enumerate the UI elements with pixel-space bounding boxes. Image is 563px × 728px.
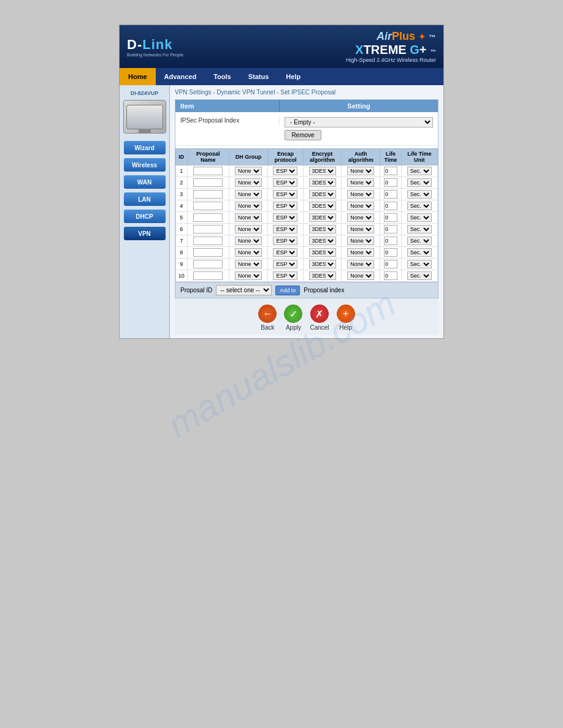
proposal-name-input[interactable] (193, 202, 223, 210)
encrypt-cell[interactable]: 3DESDESAES (303, 224, 342, 235)
unit-cell[interactable]: Sec.Min.Hour (401, 235, 437, 247)
encap-select[interactable]: ESPAH (273, 237, 297, 245)
auth-cell[interactable]: NoneMD5SHA1 (342, 212, 380, 224)
auth-select[interactable]: NoneMD5SHA1 (347, 190, 374, 199)
encap-select[interactable]: ESPAH (273, 248, 297, 257)
nav-status[interactable]: Status (240, 68, 278, 85)
dh-group-select[interactable]: NoneGroup1Group2Group5 (235, 190, 262, 199)
auth-select[interactable]: NoneMD5SHA1 (347, 271, 374, 280)
unit-cell[interactable]: Sec.Min.Hour (401, 247, 437, 259)
add-to-button[interactable]: Add to (275, 286, 300, 295)
remove-button[interactable]: Remove (285, 130, 321, 140)
unit-cell[interactable]: Sec.Min.Hour (401, 200, 437, 212)
auth-select[interactable]: NoneMD5SHA1 (347, 237, 374, 245)
proposal-name-input[interactable] (193, 190, 223, 199)
lifetime-cell[interactable] (380, 224, 402, 235)
proposal-name-cell[interactable] (187, 212, 229, 224)
dh-group-select[interactable]: NoneGroup1Group2Group5 (235, 271, 262, 280)
encrypt-select[interactable]: 3DESDESAES (309, 202, 336, 210)
encap-cell[interactable]: ESPAH (268, 235, 303, 247)
lifetime-input[interactable] (384, 260, 397, 268)
proposal-name-cell[interactable] (187, 270, 229, 282)
encrypt-cell[interactable]: 3DESDESAES (303, 177, 342, 189)
proposal-name-input[interactable] (193, 237, 223, 245)
encrypt-select[interactable]: 3DESDESAES (309, 178, 336, 187)
proposal-name-input[interactable] (193, 213, 223, 222)
unit-select[interactable]: Sec.Min.Hour (407, 202, 432, 210)
lifetime-cell[interactable] (380, 259, 402, 270)
lifetime-input[interactable] (384, 213, 397, 222)
auth-cell[interactable]: NoneMD5SHA1 (342, 189, 380, 200)
encrypt-cell[interactable]: 3DESDESAES (303, 247, 342, 259)
auth-cell[interactable]: NoneMD5SHA1 (342, 165, 380, 177)
encrypt-cell[interactable]: 3DESDESAES (303, 200, 342, 212)
dh-group-select[interactable]: NoneGroup1Group2Group5 (235, 202, 262, 210)
auth-select[interactable]: NoneMD5SHA1 (347, 213, 374, 222)
help-action[interactable]: + Help (337, 305, 355, 331)
wizard-button[interactable]: Wizard (124, 141, 166, 154)
unit-select[interactable]: Sec.Min.Hour (407, 190, 432, 199)
auth-cell[interactable]: NoneMD5SHA1 (342, 177, 380, 189)
dh-group-cell[interactable]: NoneGroup1Group2Group5 (229, 259, 267, 270)
encap-cell[interactable]: ESPAH (268, 224, 303, 235)
unit-cell[interactable]: Sec.Min.Hour (401, 165, 437, 177)
dh-group-select[interactable]: NoneGroup1Group2Group5 (235, 167, 262, 175)
apply-action[interactable]: ✓ Apply (284, 305, 302, 331)
nav-home[interactable]: Home (120, 68, 156, 85)
encap-select[interactable]: ESPAH (273, 225, 297, 233)
dh-group-cell[interactable]: NoneGroup1Group2Group5 (229, 200, 267, 212)
unit-cell[interactable]: Sec.Min.Hour (401, 212, 437, 224)
auth-cell[interactable]: NoneMD5SHA1 (342, 259, 380, 270)
proposal-name-input[interactable] (193, 260, 223, 268)
wireless-button[interactable]: Wireless (124, 158, 166, 172)
auth-cell[interactable]: NoneMD5SHA1 (342, 235, 380, 247)
auth-select[interactable]: NoneMD5SHA1 (347, 248, 374, 257)
lifetime-input[interactable] (384, 167, 397, 175)
lifetime-cell[interactable] (380, 270, 402, 282)
auth-select[interactable]: NoneMD5SHA1 (347, 202, 374, 210)
encap-cell[interactable]: ESPAH (268, 189, 303, 200)
auth-select[interactable]: NoneMD5SHA1 (347, 260, 374, 268)
auth-cell[interactable]: NoneMD5SHA1 (342, 224, 380, 235)
encrypt-select[interactable]: 3DESDESAES (309, 167, 336, 175)
encrypt-cell[interactable]: 3DESDESAES (303, 189, 342, 200)
lifetime-cell[interactable] (380, 200, 402, 212)
lifetime-cell[interactable] (380, 235, 402, 247)
proposal-name-cell[interactable] (187, 177, 229, 189)
back-action[interactable]: ← Back (258, 305, 277, 331)
proposal-name-cell[interactable] (187, 165, 229, 177)
encap-cell[interactable]: ESPAH (268, 177, 303, 189)
auth-select[interactable]: NoneMD5SHA1 (347, 178, 374, 187)
vpn-button[interactable]: VPN (124, 227, 166, 240)
unit-select[interactable]: Sec.Min.Hour (407, 237, 432, 245)
dh-group-cell[interactable]: NoneGroup1Group2Group5 (229, 235, 267, 247)
encap-select[interactable]: ESPAH (273, 260, 297, 268)
dh-group-cell[interactable]: NoneGroup1Group2Group5 (229, 212, 267, 224)
unit-select[interactable]: Sec.Min.Hour (407, 213, 432, 222)
proposal-name-cell[interactable] (187, 259, 229, 270)
unit-select[interactable]: Sec.Min.Hour (407, 248, 432, 257)
nav-tools[interactable]: Tools (205, 68, 240, 85)
lifetime-input[interactable] (384, 271, 397, 280)
lifetime-input[interactable] (384, 237, 397, 245)
proposal-name-cell[interactable] (187, 247, 229, 259)
ipsec-index-select[interactable]: - Empty - (285, 117, 433, 127)
proposal-name-input[interactable] (193, 271, 223, 280)
nav-advanced[interactable]: Advanced (156, 68, 205, 85)
encrypt-select[interactable]: 3DESDESAES (309, 190, 336, 199)
unit-select[interactable]: Sec.Min.Hour (407, 225, 432, 233)
dh-group-select[interactable]: NoneGroup1Group2Group5 (235, 225, 262, 233)
encap-select[interactable]: ESPAH (273, 178, 297, 187)
dh-group-cell[interactable]: NoneGroup1Group2Group5 (229, 247, 267, 259)
encap-cell[interactable]: ESPAH (268, 200, 303, 212)
unit-cell[interactable]: Sec.Min.Hour (401, 189, 437, 200)
dhcp-button[interactable]: DHCP (124, 210, 166, 223)
proposal-id-select[interactable]: -- select one -- (216, 285, 272, 295)
unit-cell[interactable]: Sec.Min.Hour (401, 270, 437, 282)
unit-select[interactable]: Sec.Min.Hour (407, 167, 432, 175)
dh-group-select[interactable]: NoneGroup1Group2Group5 (235, 178, 262, 187)
encrypt-select[interactable]: 3DESDESAES (309, 237, 336, 245)
unit-select[interactable]: Sec.Min.Hour (407, 271, 432, 280)
encrypt-cell[interactable]: 3DESDESAES (303, 235, 342, 247)
encap-cell[interactable]: ESPAH (268, 165, 303, 177)
